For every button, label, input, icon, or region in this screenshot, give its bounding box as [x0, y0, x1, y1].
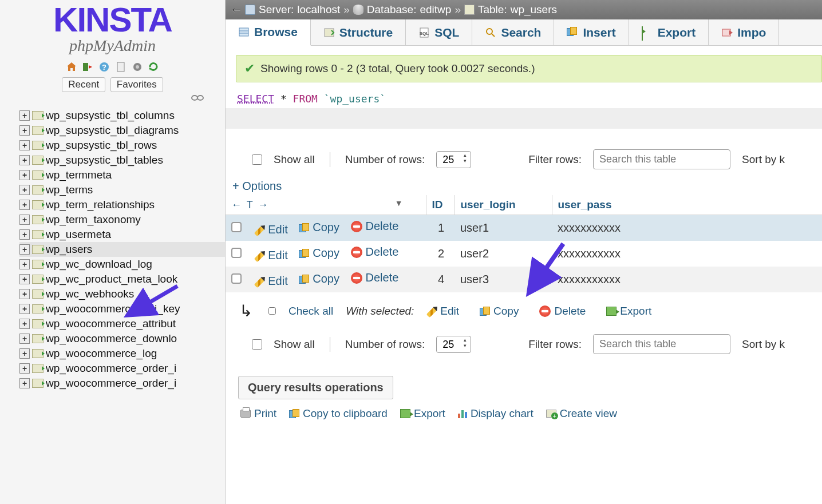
expand-icon[interactable]: + [19, 229, 30, 240]
row-copy[interactable]: Copy [299, 272, 339, 285]
expand-icon[interactable]: + [19, 319, 30, 329]
expand-icon[interactable]: + [19, 200, 30, 210]
tree-item-wp_supsystic_tbl_rows[interactable]: + wp_supsystic_tbl_rows [19, 138, 225, 153]
tree-item-wp_woocommerce_downlo[interactable]: + wp_woocommerce_downlo [19, 331, 225, 346]
tree-item-wp_term_taxonomy[interactable]: + wp_term_taxonomy [19, 212, 225, 227]
tree-item-wp_wc_webhooks[interactable]: + wp_wc_webhooks [19, 287, 225, 301]
col-actions: ← T → ▼ [226, 195, 426, 215]
row-delete[interactable]: Delete [351, 245, 399, 259]
row-checkbox[interactable] [231, 222, 242, 232]
row-copy[interactable]: Copy [299, 221, 339, 234]
col-id[interactable]: ID [426, 195, 455, 215]
options-link[interactable]: + Options [226, 180, 282, 195]
tree-item-wp_wc_product_meta_look[interactable]: + wp_wc_product_meta_look [19, 272, 225, 287]
expand-icon[interactable]: + [19, 363, 30, 374]
bulk-delete[interactable]: Delete [539, 305, 586, 318]
dropdown-icon[interactable]: ▼ [395, 199, 403, 208]
qop-chart[interactable]: Display chart [458, 407, 533, 420]
collapse-icon[interactable] [0, 93, 225, 107]
db-name[interactable]: editwp [420, 3, 451, 16]
qop-copy-clip[interactable]: Copy to clipboard [289, 407, 388, 420]
row-delete[interactable]: Delete [351, 271, 399, 284]
expand-icon[interactable]: + [19, 185, 30, 195]
row-edit[interactable]: Edit [254, 223, 287, 236]
tree-label: wp_term_taxonomy [46, 213, 141, 226]
expand-icon[interactable]: + [19, 304, 30, 314]
tree-item-wp_terms[interactable]: + wp_terms [19, 182, 225, 197]
tree-item-wp_term_relationships[interactable]: + wp_term_relationships [19, 197, 225, 212]
row-checkbox[interactable] [231, 248, 242, 258]
sql-doc-icon[interactable] [115, 61, 127, 73]
tab-search[interactable]: Search [472, 19, 554, 45]
num-rows-select-bottom[interactable]: 25 [436, 336, 471, 353]
table-name[interactable]: wp_users [511, 3, 557, 16]
qop-export[interactable]: Export [400, 407, 445, 420]
check-all-checkbox[interactable] [268, 307, 276, 315]
qop-create-view[interactable]: Create view [546, 407, 617, 420]
sort-direction-icons[interactable]: ← T → [231, 199, 269, 211]
filter-input[interactable] [593, 149, 730, 169]
exit-icon[interactable] [82, 61, 93, 73]
bulk-export[interactable]: Export [606, 305, 651, 318]
expand-icon[interactable]: + [19, 289, 30, 299]
row-copy[interactable]: Copy [299, 247, 339, 260]
reload-icon[interactable] [148, 61, 159, 73]
tree-item-wp_supsystic_tbl_tables[interactable]: + wp_supsystic_tbl_tables [19, 153, 225, 168]
qop-print[interactable]: Print [240, 407, 276, 420]
expand-icon[interactable]: + [19, 348, 30, 359]
bulk-copy[interactable]: Copy [480, 305, 519, 318]
expand-icon[interactable]: + [19, 215, 30, 225]
help-icon[interactable]: ? [98, 61, 110, 73]
expand-icon[interactable]: + [19, 140, 30, 150]
bulk-edit[interactable]: Edit [426, 305, 459, 318]
expand-icon[interactable]: + [19, 125, 30, 136]
table-icon [32, 379, 44, 388]
tree-item-wp_woocommerce_api_key[interactable]: + wp_woocommerce_api_key [19, 301, 225, 316]
expand-icon[interactable]: + [19, 334, 30, 344]
tree-item-wp_usermeta[interactable]: + wp_usermeta [19, 227, 225, 242]
tree-item-wp_users[interactable]: + wp_users [19, 242, 225, 257]
recent-tab[interactable]: Recent [62, 77, 105, 92]
tab-export[interactable]: Export [629, 19, 709, 45]
tab-insert[interactable]: Insert [554, 19, 629, 45]
check-all-link[interactable]: Check all [289, 305, 333, 318]
num-rows-select[interactable]: 25 [436, 151, 471, 168]
tree-item-wp_woocommerce_log[interactable]: + wp_woocommerce_log [19, 346, 225, 361]
expand-icon[interactable]: + [19, 259, 30, 269]
home-icon[interactable] [66, 61, 77, 73]
expand-icon[interactable]: + [19, 378, 30, 388]
expand-icon[interactable]: + [19, 274, 30, 284]
row-edit[interactable]: Edit [254, 249, 287, 262]
tree-item-wp_woocommerce_order_i[interactable]: + wp_woocommerce_order_i [19, 361, 225, 376]
expand-icon[interactable]: + [19, 170, 30, 180]
tree-item-wp_wc_download_log[interactable]: + wp_wc_download_log [19, 257, 225, 272]
tree-item-wp_supsystic_tbl_columns[interactable]: + wp_supsystic_tbl_columns [19, 108, 225, 123]
gear-icon[interactable] [132, 61, 143, 73]
tree-label: wp_woocommerce_order_i [46, 362, 176, 375]
tab-import[interactable]: Impo [709, 19, 779, 45]
tab-sql[interactable]: SQLSQL [406, 19, 472, 45]
expand-icon[interactable]: + [19, 110, 30, 121]
db-tree[interactable]: + wp_supsystic_tbl_columns+ wp_supsystic… [0, 107, 225, 504]
expand-icon[interactable]: + [19, 244, 30, 255]
filter-input-bottom[interactable] [593, 334, 730, 354]
favorites-tab[interactable]: Favorites [110, 77, 163, 92]
row-checkbox[interactable] [231, 273, 242, 284]
tree-item-wp_termmeta[interactable]: + wp_termmeta [19, 168, 225, 182]
col-user-login[interactable]: user_login [455, 195, 552, 215]
pencil-icon [254, 225, 264, 236]
tree-item-wp_woocommerce_order_i[interactable]: + wp_woocommerce_order_i [19, 376, 225, 391]
show-all-checkbox-bottom[interactable] [252, 339, 262, 350]
col-user-pass[interactable]: user_pass [552, 195, 822, 215]
tab-structure[interactable]: Structure [311, 19, 406, 45]
server-name[interactable]: localhost [297, 3, 340, 16]
tree-label: wp_wc_webhooks [46, 288, 134, 300]
expand-icon[interactable]: + [19, 155, 30, 165]
tree-item-wp_supsystic_tbl_diagrams[interactable]: + wp_supsystic_tbl_diagrams [19, 123, 225, 138]
row-delete[interactable]: Delete [351, 220, 399, 233]
row-edit[interactable]: Edit [254, 275, 287, 288]
tab-browse[interactable]: Browse [226, 19, 311, 46]
tree-item-wp_woocommerce_attribut[interactable]: + wp_woocommerce_attribut [19, 316, 225, 331]
back-icon[interactable]: ← [230, 2, 245, 17]
show-all-checkbox[interactable] [252, 154, 262, 165]
